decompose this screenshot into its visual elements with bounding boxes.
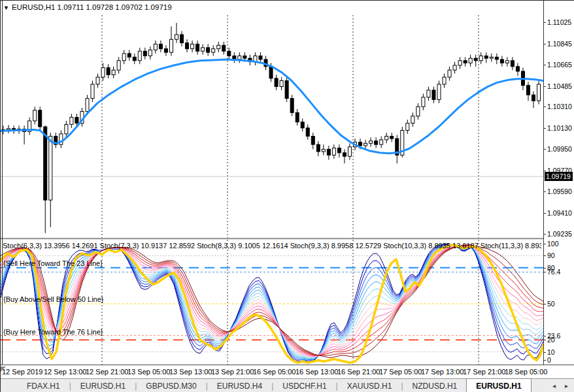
candle-body [269,67,273,78]
candle-body [422,97,425,106]
candle-body [416,106,420,116]
axis-tick [544,44,546,44]
price-label: 1.10130 [547,124,572,132]
text-annotation: {Sell Here Toward The 23 Line} [3,259,103,267]
price-axis[interactable]: 1.110251.108451.106651.104851.103101.101… [543,1,574,365]
candle-body [532,95,535,101]
candlestick-chart-canvas[interactable] [1,1,543,238]
candle-body [217,45,220,48]
candle-body [285,81,288,99]
candle-body [337,148,341,153]
candle-body [201,48,205,51]
candle-body [65,124,68,133]
time-label: 12 Sep 2019 [2,368,42,376]
candle-body [448,70,451,77]
text-annotation: {Buy Above/Sell Below 50 Line} [3,295,104,303]
candle-body [238,56,241,59]
axis-tick [544,268,546,269]
candle-body [112,70,115,74]
tab-eurusd-h1[interactable]: EURUSD.H1 [466,378,531,392]
stoch-level-label: 10 [547,348,555,356]
tab-scroll-right-icon[interactable]: ▸ [565,382,568,389]
candle-body [275,78,278,87]
stochastic-panel[interactable]: {Sell Here Toward The 23 Line}{Buy Above… [1,240,543,365]
tab-xauusd-h1[interactable]: XAUUSD.H1 [338,379,401,392]
candle-body [484,56,488,59]
candle-body [369,141,373,144]
axis-tick [544,255,546,256]
candle-body [359,142,362,146]
candle-body [143,51,146,56]
tab-fdax-h1[interactable]: FDAX.H1 [18,379,69,392]
candle-body [44,127,47,200]
price-label: 1.10310 [547,103,572,110]
stoch-level-label: 0 [547,356,551,364]
tab-nzdusd-h1[interactable]: NZDUSD.H1 [403,379,467,392]
candle-body [474,58,477,61]
axis-tick [544,22,546,23]
candle-body [505,61,509,63]
candle-body [490,57,493,58]
axis-tick [544,65,546,65]
candle-body [295,112,299,122]
candle-body [327,149,330,155]
stoch-level-label: 50 [547,300,555,308]
candle-body [186,43,189,49]
axis-tick [544,304,546,304]
candle-body [516,67,519,71]
candle-body [243,56,246,59]
time-label: 18 Sep 05:00 [505,368,547,376]
axis-tick [544,86,546,87]
candle-body [107,68,110,75]
axis-tick [544,128,546,129]
time-label: 17 Sep 05:00 [379,368,422,376]
candle-body [138,51,141,60]
axis-tick [544,360,546,361]
candle-body [375,141,378,144]
candle-body [500,59,503,63]
candle-body [96,77,99,84]
tab-scroll-left-icon[interactable]: ◂ [552,382,556,389]
candle-body [222,45,226,51]
axis-tick [544,171,546,171]
candle-body [322,149,325,152]
tab-eurusd-h4[interactable]: EURUSD.H4 [208,379,271,392]
candle-body [117,61,120,70]
main-chart[interactable]: ▼EURUSD,H1 1.09711 1.09728 1.09702 1.097… [1,1,543,238]
time-label: 12 Sep 13:00 [44,368,86,376]
tab-usdchf-h1[interactable]: USDCHF.H1 [273,379,335,392]
candle-body [70,118,73,125]
tab-eurusd-h1[interactable]: EURUSD.H1 [71,379,135,392]
time-label: 13 Sep 21:00 [211,368,254,376]
candle-body [385,137,388,140]
candle-body [101,68,105,77]
candle-body [443,77,446,84]
axis-tick [544,340,546,340]
stoch-level-label: 90 [547,252,555,259]
candle-body [228,51,231,56]
candle-body [91,84,94,99]
tab-bar-pad [1,379,18,392]
candle-body [169,39,173,52]
candle-body [133,57,136,60]
candle-body [164,49,167,52]
time-label: 16 Sep 13:00 [295,368,338,376]
terminal-window: ▼EURUSD,H1 1.09711 1.09728 1.09702 1.097… [0,0,574,392]
time-axis[interactable]: 12 Sep 201912 Sep 13:0012 Sep 21:0013 Se… [1,365,574,378]
candle-body [427,90,430,97]
candle-body [458,61,462,65]
chart-tab-bar: FDAX.H1|EURUSD.H1|GBPUSD.M30|EURUSD.H4|U… [1,378,574,392]
price-label: 1.11025 [547,18,571,26]
price-label: 1.10845 [547,40,572,48]
chevron-down-icon[interactable]: ▼ [3,5,9,11]
stoch-level-label: 100 [547,240,559,248]
stoch-indicator-values: Stoch(6,3,3) 13.3956 14.2691 Stoch(7,3,3… [3,242,541,250]
axis-tick [544,234,546,235]
axis-tick [544,352,546,353]
price-label: 1.10665 [547,61,572,69]
candle-body [380,140,383,144]
candle-body [122,54,126,61]
candle-body [364,143,367,146]
tab-gbpusd-m30[interactable]: GBPUSD.M30 [137,379,205,392]
chart-left-border [2,1,3,365]
